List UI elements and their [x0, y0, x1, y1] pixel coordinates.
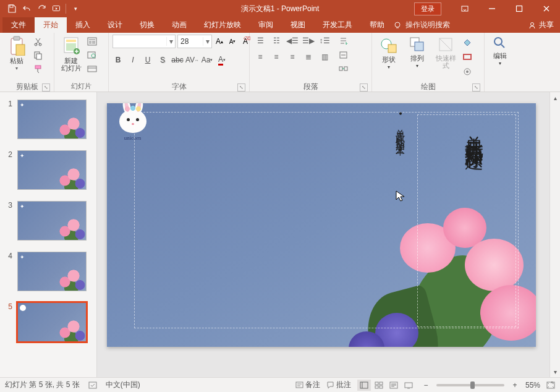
- reading-view-icon[interactable]: [387, 380, 401, 391]
- tab-file[interactable]: 文件: [2, 17, 35, 33]
- tab-design[interactable]: 设计: [99, 17, 131, 33]
- close-button[interactable]: [533, 0, 560, 17]
- slide-counter[interactable]: 幻灯片 第 5 张, 共 5 张: [5, 380, 80, 390]
- zoom-out-icon[interactable]: −: [422, 381, 430, 390]
- zoom-slider[interactable]: [436, 384, 504, 386]
- redo-icon[interactable]: [35, 2, 48, 15]
- shape-outline-icon[interactable]: [461, 51, 473, 63]
- start-from-beginning-icon[interactable]: [49, 2, 63, 15]
- group-label-paragraph: 段落: [303, 82, 318, 91]
- tab-developer[interactable]: 开发工具: [314, 17, 361, 33]
- zoom-in-icon[interactable]: +: [511, 381, 519, 390]
- font-launcher-icon[interactable]: ⤡: [237, 83, 245, 92]
- shape-fill-icon[interactable]: [461, 36, 473, 48]
- font-size-combo[interactable]: 28▾: [177, 35, 212, 48]
- slide-thumbnail[interactable]: ✦: [17, 100, 87, 139]
- title-placeholder[interactable]: [417, 114, 516, 327]
- tab-help[interactable]: 帮助: [361, 17, 393, 33]
- status-bar: 幻灯片 第 5 张, 共 5 张 中文(中国) 备注 批注 − + 55%: [0, 377, 560, 392]
- paste-button[interactable]: 粘贴 ▾: [4, 35, 30, 79]
- shapes-button[interactable]: 形状▾: [376, 35, 402, 79]
- copy-icon[interactable]: [32, 49, 43, 61]
- clipboard-launcher-icon[interactable]: ⤡: [42, 83, 50, 92]
- indent-decrease-icon[interactable]: ◀☰: [286, 35, 299, 47]
- format-painter-icon[interactable]: [32, 63, 43, 74]
- align-right-icon[interactable]: ≡: [286, 51, 299, 63]
- new-slide-button[interactable]: 新建 幻灯片: [58, 35, 84, 79]
- tab-animations[interactable]: 动画: [163, 17, 195, 33]
- numbering-icon[interactable]: ☷: [269, 35, 283, 47]
- slide-thumbnail[interactable]: ✦: [17, 201, 87, 241]
- title-text[interactable]: 单击此处添加标题: [461, 121, 486, 140]
- scroll-down-icon[interactable]: ▾: [550, 366, 560, 377]
- normal-view-icon[interactable]: [357, 380, 371, 391]
- maximize-button[interactable]: [506, 0, 533, 17]
- italic-icon[interactable]: I: [127, 54, 138, 66]
- align-left-icon[interactable]: ≡: [253, 51, 267, 63]
- increase-font-icon[interactable]: A▴: [214, 36, 225, 47]
- notes-button[interactable]: 备注: [295, 380, 320, 390]
- tab-insert[interactable]: 插入: [67, 17, 99, 33]
- slide-thumbnail[interactable]: [17, 302, 87, 342]
- underline-icon[interactable]: U: [142, 54, 153, 66]
- line-spacing-icon[interactable]: ↕☰: [318, 35, 331, 47]
- quick-styles-button[interactable]: 快速样式: [433, 35, 459, 79]
- paragraph-launcher-icon[interactable]: ⤡: [360, 83, 368, 92]
- zoom-level[interactable]: 55%: [525, 381, 540, 390]
- sorter-view-icon[interactable]: [372, 380, 386, 391]
- justify-icon[interactable]: ≣: [302, 51, 315, 63]
- change-case-icon[interactable]: Aa▾: [202, 54, 213, 66]
- strikethrough-icon[interactable]: abc: [172, 54, 183, 66]
- tab-review[interactable]: 审阅: [250, 17, 282, 33]
- bullets-icon[interactable]: ☰: [253, 35, 267, 47]
- share-button[interactable]: 共享: [528, 20, 554, 30]
- thumb-number: 1: [6, 100, 12, 108]
- collapse-ribbon-icon[interactable]: ˄: [546, 380, 558, 391]
- shadow-icon[interactable]: S: [157, 54, 168, 66]
- cut-icon[interactable]: [32, 36, 43, 47]
- login-button[interactable]: 登录: [414, 2, 441, 15]
- comments-button[interactable]: 批注: [326, 380, 351, 390]
- indent-increase-icon[interactable]: ☰▶: [302, 35, 315, 47]
- drawing-launcher-icon[interactable]: ⤡: [472, 83, 480, 92]
- font-name-combo[interactable]: ▾: [112, 35, 176, 48]
- tell-me-search[interactable]: 操作说明搜索: [393, 17, 450, 33]
- slideshow-view-icon[interactable]: [402, 380, 415, 391]
- reset-icon[interactable]: [87, 49, 98, 61]
- slide-thumbnail[interactable]: ✦: [17, 252, 87, 291]
- tab-transitions[interactable]: 切换: [131, 17, 163, 33]
- ribbon-options-icon[interactable]: [451, 0, 478, 17]
- text-direction-icon[interactable]: [337, 36, 349, 47]
- font-color-icon[interactable]: A▾: [216, 54, 227, 66]
- thumbnail-pane[interactable]: 1✦ 2✦ 3✦ 4✦ 5: [0, 92, 97, 377]
- qat-customize-icon[interactable]: ▾: [69, 2, 82, 15]
- bold-icon[interactable]: B: [112, 54, 124, 66]
- arrange-button[interactable]: 排列▾: [404, 35, 430, 79]
- char-spacing-icon[interactable]: AV↔: [187, 54, 198, 66]
- save-icon[interactable]: [5, 2, 19, 15]
- svg-rect-26: [344, 67, 347, 70]
- section-icon[interactable]: [87, 63, 98, 74]
- vertical-scrollbar[interactable]: ▴ ▾: [549, 92, 560, 377]
- subtitle-text[interactable]: 单击此处添加文本: [394, 122, 406, 142]
- language-indicator[interactable]: 中文(中国): [106, 380, 140, 390]
- align-text-icon[interactable]: [337, 49, 349, 61]
- slide-editor[interactable]: unicorn 单击此处添加标题 单击此处添加文本: [97, 92, 549, 377]
- columns-icon[interactable]: ▥: [318, 51, 331, 63]
- smartart-icon[interactable]: [337, 63, 349, 74]
- editing-button[interactable]: 编辑▾: [488, 35, 512, 79]
- tab-slideshow[interactable]: 幻灯片放映: [195, 17, 250, 33]
- tab-home[interactable]: 开始: [35, 17, 67, 33]
- svg-rect-40: [380, 382, 383, 385]
- undo-icon[interactable]: [20, 2, 33, 15]
- slide-thumbnail[interactable]: ✦: [17, 150, 87, 190]
- layout-icon[interactable]: [87, 36, 98, 47]
- minimize-button[interactable]: [478, 0, 506, 17]
- shape-effects-icon[interactable]: [461, 66, 473, 78]
- decrease-font-icon[interactable]: A▾: [227, 36, 238, 47]
- align-center-icon[interactable]: ≡: [269, 51, 283, 63]
- spellcheck-icon[interactable]: [88, 381, 97, 390]
- tab-view[interactable]: 视图: [282, 17, 314, 33]
- slide-canvas[interactable]: unicorn 单击此处添加标题 单击此处添加文本: [107, 103, 536, 347]
- scroll-up-icon[interactable]: ▴: [550, 92, 560, 103]
